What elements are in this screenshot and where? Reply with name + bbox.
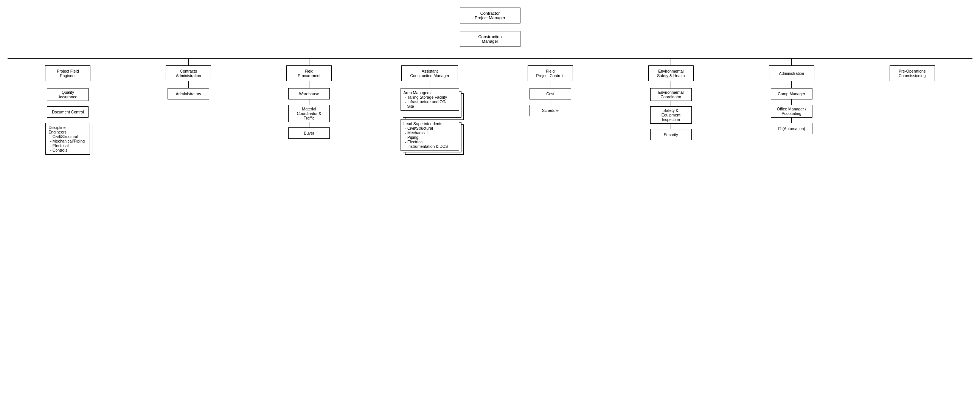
col-field-project-controls: FieldProject Controls Cost Schedule bbox=[490, 59, 611, 116]
v-line-3c bbox=[309, 100, 309, 105]
col-project-field-engineer: Project FieldEngineer QualityAssurance D… bbox=[8, 59, 128, 155]
v-line-6c bbox=[671, 101, 671, 106]
col-field-procurement: FieldProcurement Warehouse MaterialCoord… bbox=[249, 59, 369, 139]
header-environmental-safety-health: EnvironmentalSafety & Health bbox=[648, 65, 694, 81]
pm-label: ContractorProject Manager bbox=[475, 11, 505, 20]
header-field-project-controls: FieldProject Controls bbox=[528, 65, 573, 81]
v-line-5b bbox=[550, 81, 550, 88]
schedule-box: Schedule bbox=[530, 105, 571, 116]
v-line-6d bbox=[671, 124, 671, 129]
v-line-5 bbox=[550, 59, 550, 65]
it-automation-box: IT (Automation) bbox=[771, 123, 813, 134]
v-line-3d bbox=[309, 122, 309, 127]
discipline-engineers-box: DisciplineEngineers - Civil/Structural -… bbox=[45, 123, 90, 155]
col-assistant-construction-manager: AssistantConstruction Manager Area Manag… bbox=[369, 59, 490, 151]
v-line-3 bbox=[309, 59, 309, 65]
v-line-8 bbox=[912, 59, 912, 65]
header-administration: Administration bbox=[769, 65, 815, 81]
buyer-box: Buyer bbox=[288, 127, 330, 139]
v-line-1c bbox=[68, 101, 68, 106]
v-line-6b bbox=[671, 81, 671, 88]
columns-container: Project FieldEngineer QualityAssurance D… bbox=[8, 58, 972, 155]
lead-superintendents-box: Lead Superintendents - Civil/Structural … bbox=[401, 119, 459, 151]
col-administration: Administration Camp Manager Office Manag… bbox=[731, 59, 852, 134]
office-manager-accounting-box: Office Manager /Accounting bbox=[771, 105, 813, 118]
header-assistant-construction-manager: AssistantConstruction Manager bbox=[401, 65, 458, 81]
v-line-2 bbox=[188, 59, 189, 65]
cost-box: Cost bbox=[530, 88, 571, 100]
v-line-7c bbox=[791, 100, 792, 105]
lead-superintendents-wrap: Lead Superintendents - Civil/Structural … bbox=[401, 119, 459, 151]
header-contracts-administration: ContractsAdministration bbox=[165, 65, 211, 81]
environmental-coordinator-box: EnvironmentalCoordinator bbox=[650, 88, 692, 101]
material-coordinator-box: MaterialCoordinator &Traffic bbox=[288, 105, 330, 122]
warehouse-box: Warehouse bbox=[288, 88, 330, 100]
v-line-1d bbox=[68, 118, 68, 123]
cm-label: ConstructionManager bbox=[479, 34, 502, 43]
v-line-7b bbox=[791, 81, 792, 88]
col-contracts-administration: ContractsAdministration Administrators bbox=[128, 59, 249, 100]
v-line-3b bbox=[309, 81, 309, 88]
area-managers-wrap: Area Managers - Tailing Storage Facility… bbox=[401, 88, 459, 111]
org-chart: ContractorProject Manager ConstructionMa… bbox=[8, 8, 972, 155]
col-environmental-safety-health: EnvironmentalSafety & Health Environment… bbox=[611, 59, 731, 140]
v-line-1b bbox=[68, 81, 68, 88]
v-line-7 bbox=[791, 59, 792, 65]
top-section: ContractorProject Manager ConstructionMa… bbox=[8, 8, 972, 58]
cm-box: ConstructionManager bbox=[460, 31, 520, 47]
header-project-field-engineer: Project FieldEngineer bbox=[45, 65, 91, 81]
header-pre-operations-commissioning: Pre-OperationsCommissioning bbox=[889, 65, 935, 81]
header-field-procurement: FieldProcurement bbox=[286, 65, 332, 81]
v-line-5c bbox=[550, 100, 550, 105]
v-line-4b bbox=[430, 81, 430, 88]
v-line-6 bbox=[671, 59, 671, 65]
area-managers-box: Area Managers - Tailing Storage Facility… bbox=[401, 88, 459, 111]
camp-manager-box: Camp Manager bbox=[771, 88, 813, 100]
pm-box: ContractorProject Manager bbox=[460, 8, 520, 24]
v-line-2b bbox=[188, 81, 189, 88]
quality-assurance-box: QualityAssurance bbox=[47, 88, 89, 101]
v-line-7d bbox=[791, 118, 792, 123]
col-pre-operations-commissioning: Pre-OperationsCommissioning bbox=[852, 59, 972, 81]
safety-equipment-box: Safety &EquipmentInspection bbox=[650, 106, 692, 124]
security-box: Security bbox=[650, 129, 692, 140]
document-control-box: Document Control bbox=[47, 106, 89, 118]
v-line-1 bbox=[68, 59, 68, 65]
v-line-4 bbox=[430, 59, 430, 65]
columns-section: Project FieldEngineer QualityAssurance D… bbox=[8, 59, 972, 155]
administrators-box: Administrators bbox=[167, 88, 209, 100]
discipline-engineers-wrap: DisciplineEngineers - Civil/Structural -… bbox=[45, 123, 90, 155]
